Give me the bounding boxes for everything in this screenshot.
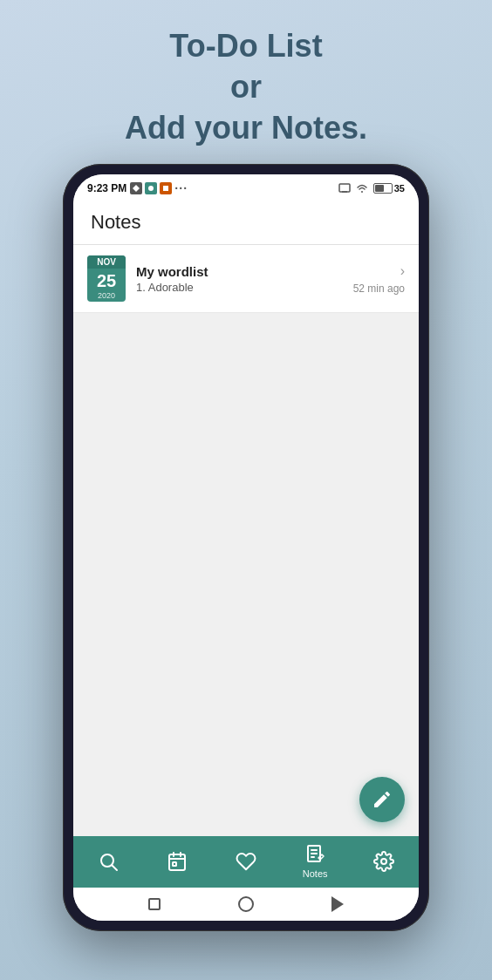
app-header: Notes [73, 199, 419, 245]
svg-rect-9 [173, 862, 176, 866]
tagline-line3: Add your Notes. [125, 110, 367, 146]
svg-rect-1 [163, 186, 168, 191]
nav-item-settings[interactable] [358, 850, 410, 873]
battery-box [373, 183, 393, 194]
recents-button[interactable] [330, 896, 345, 912]
pencil-icon [372, 789, 393, 810]
triangle-icon [331, 896, 344, 912]
phone-frame: 9:23 PM [63, 164, 429, 931]
svg-rect-5 [169, 854, 185, 870]
tagline-line2: or [230, 69, 262, 105]
note-title: My wordlist [136, 264, 343, 279]
battery-level: 35 [394, 183, 405, 194]
note-item[interactable]: Nov 25 2020 My wordlist 1. Adorable › 52… [73, 245, 419, 313]
calendar-nav-icon [166, 850, 188, 873]
app-title: Notes [91, 211, 140, 233]
status-left: 9:23 PM [87, 181, 188, 195]
badge-month: Nov [87, 255, 126, 269]
icon-nav1 [130, 182, 142, 194]
svg-rect-2 [339, 184, 350, 192]
icon-nav2 [145, 182, 157, 194]
tagline-line1: To-Do List [169, 28, 322, 64]
phone-screen: 9:23 PM [73, 174, 419, 921]
screenshot-icon [338, 182, 351, 194]
battery-indicator: 35 [373, 183, 405, 194]
battery-fill [375, 185, 384, 192]
status-right: 35 [338, 182, 405, 194]
square-icon [148, 898, 161, 910]
back-button[interactable] [147, 896, 162, 912]
nav-item-favorites[interactable] [220, 850, 272, 873]
svg-point-14 [381, 859, 386, 864]
icon-nav3 [160, 182, 172, 194]
note-arrow-icon: › [400, 263, 405, 279]
status-icons: ··· [130, 181, 188, 195]
note-preview: 1. Adorable [136, 281, 343, 294]
home-indicator [73, 888, 419, 921]
note-right: › 52 min ago [353, 263, 405, 295]
circle-icon [238, 896, 254, 912]
heart-nav-icon [235, 850, 257, 873]
notes-nav-label: Notes [303, 868, 328, 879]
note-date-badge: Nov 25 2020 [87, 255, 126, 302]
badge-day: 25 [92, 270, 120, 291]
status-more: ··· [174, 181, 188, 195]
status-bar: 9:23 PM [73, 174, 419, 199]
settings-nav-icon [372, 850, 395, 873]
note-time: 52 min ago [353, 282, 405, 295]
nav-item-calendar[interactable] [151, 850, 203, 873]
app-tagline: To-Do List or Add your Notes. [125, 26, 367, 148]
main-content: Nov 25 2020 My wordlist 1. Adorable › 52… [73, 245, 419, 836]
notes-nav-icon [304, 843, 326, 866]
badge-year: 2020 [92, 291, 120, 300]
wifi-icon [355, 182, 369, 194]
nav-item-search[interactable] [82, 850, 134, 873]
svg-line-4 [112, 865, 117, 870]
note-details: My wordlist 1. Adorable [136, 264, 343, 294]
search-nav-icon [97, 850, 120, 873]
bottom-nav: Notes [73, 836, 419, 888]
nav-item-notes[interactable]: Notes [289, 843, 341, 879]
svg-point-0 [148, 186, 154, 191]
status-time: 9:23 PM [87, 182, 126, 194]
home-button[interactable] [238, 896, 254, 912]
fab-add-note[interactable] [359, 777, 405, 822]
